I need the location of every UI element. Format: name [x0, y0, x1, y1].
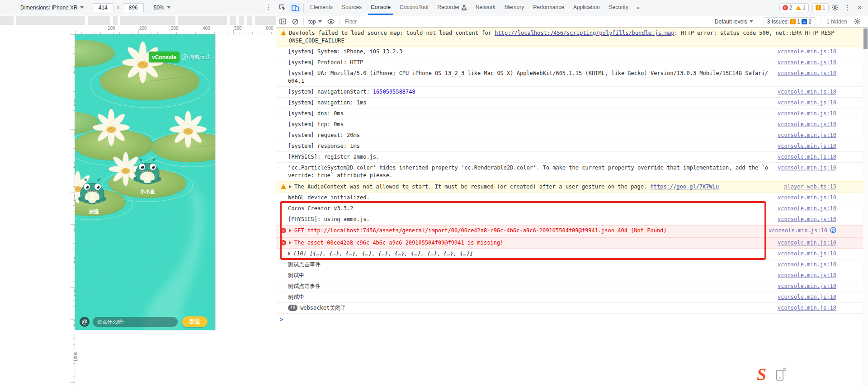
console-message-text: [system] tcp: 0ms: [288, 121, 769, 128]
chat-input[interactable]: 说点什么吧~: [93, 317, 178, 327]
tab-memory[interactable]: Memory: [500, 0, 528, 15]
console-message-row: 18websocket关闭了vconsole.min.js:10: [276, 303, 868, 314]
console-source-link[interactable]: vconsole.min.js:10: [769, 227, 827, 235]
expand-caret-icon[interactable]: [289, 241, 292, 245]
tab-network[interactable]: Network: [471, 0, 500, 15]
tab-security[interactable]: Security: [604, 0, 633, 15]
console-message-text: The AudioContext was not allowed to star…: [294, 183, 775, 191]
console-source-link[interactable]: vconsole.min.js:10: [778, 142, 836, 150]
console-message-row: ✕The asset 00ce42a8-c96c-4b6c-a9c6-20910…: [276, 237, 868, 249]
console-source-link[interactable]: vconsole.min.js:10: [778, 70, 836, 77]
console-source-link[interactable]: vconsole.min.js:10: [778, 261, 836, 268]
console-prompt[interactable]: >: [276, 314, 868, 325]
media-query-bar[interactable]: [0, 16, 276, 25]
console-source-link[interactable]: vconsole.min.js:10: [778, 216, 836, 223]
more-tabs-icon[interactable]: »: [633, 4, 643, 11]
console-source-link[interactable]: vconsole.min.js:10: [778, 59, 836, 66]
javascript-context-selector[interactable]: top: [306, 19, 325, 25]
media-query-segment[interactable]: [120, 16, 175, 25]
console-link[interactable]: https://goo.gl/7K7WLu: [650, 184, 719, 190]
media-query-segment[interactable]: [255, 16, 276, 25]
device-toolbar-menu-icon[interactable]: ⋮: [265, 3, 272, 11]
log-levels-selector[interactable]: Default levels: [712, 19, 756, 25]
ruler-label: 400: [203, 26, 210, 31]
console-source-link[interactable]: vconsole.min.js:10: [778, 164, 836, 172]
ruler-tick: [73, 363, 75, 364]
ruler-tick: [221, 32, 221, 34]
ruler-tick: [233, 30, 234, 34]
ruler-tick: [145, 32, 145, 34]
expand-caret-icon[interactable]: [289, 229, 292, 232]
console-source-link[interactable]: player-web.ts:15: [784, 183, 836, 191]
media-query-segment[interactable]: [178, 16, 227, 25]
media-query-segment[interactable]: [88, 16, 110, 25]
send-button[interactable]: 发送: [182, 316, 208, 327]
device-selector[interactable]: Dimensions: iPhone XR: [20, 5, 84, 11]
floating-widget[interactable]: S: [753, 364, 794, 384]
console-source-link[interactable]: vconsole.min.js:10: [778, 132, 836, 139]
console-source-link[interactable]: vconsole.min.js:10: [778, 121, 836, 128]
console-source-link[interactable]: vconsole.min.js:10: [778, 250, 836, 258]
tab-recorder[interactable]: Recorder: [433, 0, 471, 15]
console-scrollbar[interactable]: [863, 28, 868, 386]
height-input[interactable]: 896: [123, 3, 144, 12]
tab-coconutool[interactable]: CoconuTool: [395, 0, 433, 15]
settings-gear-icon[interactable]: [829, 2, 841, 13]
live-expression-eye-icon[interactable]: [326, 17, 336, 26]
console-source-link[interactable]: vconsole.min.js:10: [778, 99, 836, 107]
console-source-link[interactable]: vconsole.min.js:10: [778, 282, 836, 290]
media-query-segment[interactable]: [230, 16, 236, 25]
media-query-segment[interactable]: [247, 16, 252, 25]
vconsole-button[interactable]: vConsole: [149, 52, 179, 62]
media-query-segment[interactable]: [0, 16, 14, 25]
object-preview[interactable]: (10) [{…}, {…}, {…}, {…}, {…}, {…}, {…},…: [293, 250, 473, 257]
console-source-link[interactable]: vconsole.min.js:10: [778, 293, 836, 301]
inspect-element-icon[interactable]: [277, 2, 288, 13]
tab-elements[interactable]: Elements: [306, 0, 337, 15]
console-source-link[interactable]: vconsole.min.js:10: [778, 48, 836, 56]
tab-application[interactable]: Application: [569, 0, 604, 15]
expand-caret-icon[interactable]: [288, 252, 291, 255]
media-query-segment[interactable]: [16, 16, 85, 25]
device-screen[interactable]: 3 小小童 2 妖怪 vConsole ? 游戏玩法 @ 说点什么吧~ 发送: [75, 34, 215, 330]
console-settings-gear-icon[interactable]: [852, 17, 863, 26]
console-source-link[interactable]: vconsole.min.js:10: [778, 110, 836, 118]
width-input[interactable]: 414: [93, 3, 113, 12]
clear-console-icon[interactable]: [290, 17, 301, 26]
issues-badge[interactable]: ! 1: [812, 3, 829, 12]
zoom-selector[interactable]: 50%: [154, 5, 170, 11]
console-source-link[interactable]: vconsole.min.js:10: [778, 304, 836, 312]
console-source-link[interactable]: vconsole.min.js:10: [778, 272, 836, 279]
ruler-tick: [183, 32, 183, 34]
media-query-segment[interactable]: [113, 16, 118, 25]
device-toolbar-toggle-icon[interactable]: [289, 2, 301, 13]
console-source-link[interactable]: vconsole.min.js:10: [778, 205, 836, 212]
tab-console[interactable]: Console: [366, 0, 395, 15]
close-devtools-icon[interactable]: ×: [854, 4, 865, 12]
console-source-link[interactable]: vconsole.min.js:10: [778, 194, 836, 202]
console-source-link[interactable]: vconsole.min.js:10: [778, 239, 836, 247]
issues-counter[interactable]: 3 Issues: ! 1 ≡ 2: [764, 17, 815, 26]
request-initiator-icon[interactable]: [830, 227, 836, 235]
tab-performance[interactable]: Performance: [528, 0, 569, 15]
media-query-segment[interactable]: [239, 16, 244, 25]
ruler-tick: [94, 32, 94, 34]
console-filter-input[interactable]: Filter: [341, 19, 712, 25]
ruler-tick: [73, 47, 75, 47]
game-help-link[interactable]: ? 游戏玩法: [182, 53, 211, 61]
horizontal-ruler: 100200300400500600: [68, 25, 276, 34]
mention-icon[interactable]: @: [80, 317, 90, 327]
scrollbar-thumb[interactable]: [863, 28, 868, 49]
console-source-link[interactable]: vconsole.min.js:10: [778, 153, 836, 161]
console-link[interactable]: http://localhost:7456/assets/general/imp…: [307, 227, 614, 234]
console-errors-warnings-badge[interactable]: ✕ 2 1: [779, 3, 809, 12]
expand-caret-icon[interactable]: [289, 185, 292, 188]
error-icon: ✕: [281, 228, 286, 233]
console-link[interactable]: http://localhost:7456/scripting/polyfill…: [495, 30, 674, 36]
console-sidebar-toggle-icon[interactable]: [277, 17, 288, 26]
ruler-tick: [73, 110, 75, 111]
devtools-menu-icon[interactable]: ⋮: [842, 2, 854, 13]
console-message-text: (10) [{…}, {…}, {…}, {…}, {…}, {…}, {…},…: [293, 250, 769, 258]
console-source-link[interactable]: vconsole.min.js:10: [778, 88, 836, 96]
tab-sources[interactable]: Sources: [337, 0, 366, 15]
